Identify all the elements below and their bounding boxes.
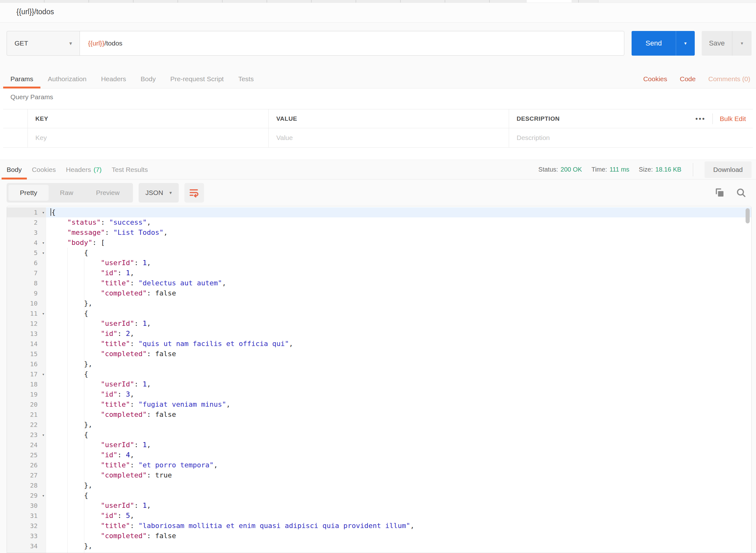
line-number: 18 <box>30 379 37 389</box>
response-meta: Status: 200 OK Time: 111 ms Size: 18.16 … <box>539 160 756 179</box>
bulk-edit-link[interactable]: Bulk Edit <box>720 115 746 123</box>
code-line: 24 "userId": 1, <box>7 440 751 450</box>
line-number: 33 <box>30 531 37 541</box>
url-row: GET ▾ {{url}}/todos Send ▾ Save ▾ <box>0 31 756 56</box>
view-mode-pretty[interactable]: Pretty <box>8 185 49 201</box>
response-tabs: Body Cookies Headers (7) Test Results <box>2 160 153 179</box>
tab-authorization[interactable]: Authorization <box>40 70 94 88</box>
code-line: 13 "id": 2, <box>7 329 751 339</box>
url-variable: {{url}} <box>88 40 104 47</box>
copy-button[interactable] <box>713 185 727 200</box>
code-line: 31 "id": 5, <box>7 511 751 521</box>
response-bar: Body Cookies Headers (7) Test Results St… <box>0 160 756 179</box>
line-number: 31 <box>30 511 37 521</box>
tab-headers[interactable]: Headers <box>94 70 133 88</box>
fold-toggle-icon[interactable]: ▾ <box>42 309 44 319</box>
code-line: 9 "completed": false <box>7 288 751 298</box>
url-path: /todos <box>104 40 122 47</box>
status-value: 200 OK <box>561 166 582 173</box>
method-label: GET <box>14 40 28 47</box>
row-handle-cell <box>3 128 28 147</box>
response-body-viewer: 1▾{2 "status": "success",3 "message": "L… <box>7 206 752 553</box>
code-line: 17▾ { <box>7 369 751 379</box>
code-line: 28 }, <box>7 480 751 490</box>
response-tab-headers[interactable]: Headers (7) <box>61 160 107 179</box>
window-tab-strip[interactable] <box>0 0 756 3</box>
code-line: 20 "title": "fugiat veniam minus", <box>7 399 751 409</box>
url-input[interactable]: {{url}}/todos <box>80 31 624 56</box>
code-line: 23▾ { <box>7 430 751 440</box>
status-badge: Status: 200 OK <box>539 166 582 173</box>
code-line: 1▾{ <box>7 207 751 217</box>
size-badge: Size: 18.16 KB <box>639 166 681 173</box>
fold-toggle-icon[interactable]: ▾ <box>42 430 44 440</box>
code-line: 7 "id": 1, <box>7 268 751 278</box>
request-title: {{url}}/todos <box>16 8 54 16</box>
divider <box>713 113 713 124</box>
search-button[interactable] <box>734 185 748 200</box>
line-number: 3 <box>34 228 37 238</box>
request-title-bar: {{url}}/todos <box>0 3 756 23</box>
fold-toggle-icon[interactable]: ▾ <box>42 248 44 258</box>
cookies-link[interactable]: Cookies <box>643 75 667 83</box>
line-number: 30 <box>30 500 37 511</box>
code-lines: 1▾{2 "status": "success",3 "message": "L… <box>7 206 751 553</box>
line-number: 24 <box>30 440 37 450</box>
window-tabbar-tail <box>598 0 756 3</box>
query-params-pane: Query Params KEY VALUE DESCRIPTION ••• B… <box>0 88 756 160</box>
fold-toggle-icon[interactable]: ▾ <box>42 370 44 380</box>
send-button[interactable]: Send <box>632 31 676 56</box>
fold-toggle-icon[interactable]: ▾ <box>42 238 44 248</box>
line-number: 34 <box>30 541 37 551</box>
code-line: 10 }, <box>7 298 751 308</box>
time-label: Time: <box>591 166 607 173</box>
code-line: 16 }, <box>7 359 751 369</box>
window-tab-active[interactable] <box>527 0 572 3</box>
response-tab-test-results[interactable]: Test Results <box>107 160 153 179</box>
table-row <box>3 128 753 147</box>
code-line: 25 "id": 4, <box>7 450 751 460</box>
param-key-input[interactable] <box>35 134 257 142</box>
view-mode-raw[interactable]: Raw <box>49 185 85 201</box>
code-line: 35 { <box>7 551 751 553</box>
save-button[interactable]: Save <box>702 31 732 56</box>
line-number: 27 <box>30 470 37 480</box>
line-number: 26 <box>30 460 37 470</box>
fold-toggle-icon[interactable]: ▾ <box>42 491 44 501</box>
method-select[interactable]: GET ▾ <box>7 31 80 56</box>
view-mode-preview[interactable]: Preview <box>85 185 131 201</box>
code-link[interactable]: Code <box>680 75 696 83</box>
scrollbar-thumb[interactable] <box>746 208 750 223</box>
param-value-input[interactable] <box>276 134 497 142</box>
tab-tests[interactable]: Tests <box>231 70 261 88</box>
tab-params[interactable]: Params <box>3 70 40 88</box>
line-number: 19 <box>30 389 37 399</box>
line-number: 25 <box>30 450 37 460</box>
column-header-value: VALUE <box>276 115 297 122</box>
send-options-button[interactable]: ▾ <box>676 31 695 56</box>
save-options-button[interactable]: ▾ <box>732 31 752 56</box>
size-label: Size: <box>639 166 653 173</box>
time-value: 111 ms <box>609 166 629 173</box>
more-options-icon[interactable]: ••• <box>695 115 705 122</box>
comments-link[interactable]: Comments (0) <box>708 75 750 83</box>
code-line: 8 "title": "delectus aut autem", <box>7 278 751 288</box>
code-line: 15 "completed": false <box>7 349 751 359</box>
line-number: 32 <box>30 521 37 531</box>
param-description-input[interactable] <box>516 134 741 142</box>
response-tab-body[interactable]: Body <box>2 160 27 179</box>
line-number: 2 <box>34 217 37 228</box>
request-tabs: Params Authorization Headers Body Pre-re… <box>0 70 756 88</box>
code-line: 32 "title": "laboriosam mollitia et enim… <box>7 521 751 531</box>
status-label: Status: <box>539 166 558 173</box>
tab-body[interactable]: Body <box>133 70 163 88</box>
postman-app: {{url}}/todos GET ▾ {{url}}/todos Send ▾… <box>0 0 756 553</box>
response-tab-cookies[interactable]: Cookies <box>27 160 61 179</box>
headers-count-badge: (7) <box>93 166 102 173</box>
tab-pre-request-script[interactable]: Pre-request Script <box>163 70 231 88</box>
code-line: 18 "userId": 1, <box>7 379 751 389</box>
format-select[interactable]: JSON ▾ <box>138 183 179 203</box>
download-button[interactable]: Download <box>704 161 752 178</box>
fold-toggle-icon[interactable]: ▾ <box>42 208 44 218</box>
wrap-text-button[interactable] <box>184 183 204 203</box>
